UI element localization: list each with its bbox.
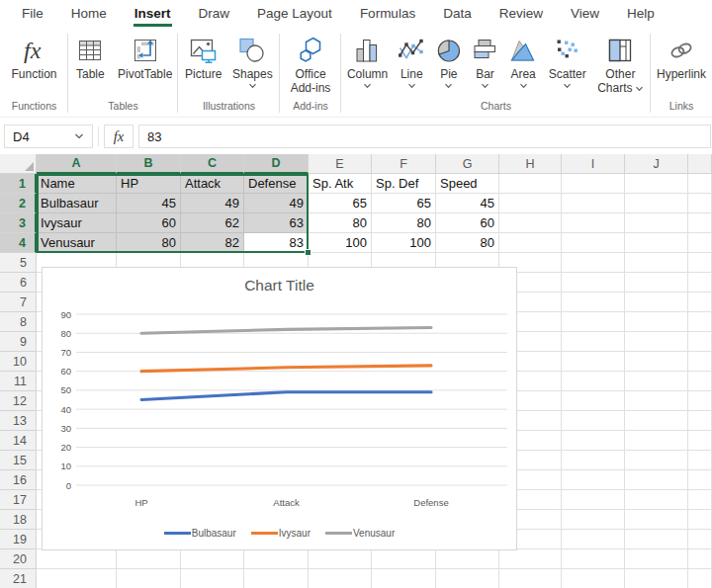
cell-A1[interactable]: Name — [37, 174, 117, 194]
cell-J4[interactable] — [625, 233, 688, 253]
cell-E21[interactable] — [309, 569, 372, 588]
cell-right-13[interactable] — [688, 411, 712, 431]
menu-tab-file[interactable]: File — [8, 0, 57, 28]
cell-J10[interactable] — [625, 352, 688, 372]
ribbon-button-pie[interactable]: Pie — [432, 34, 466, 90]
cell-I16[interactable] — [562, 470, 625, 490]
cell-right-9[interactable] — [688, 332, 712, 352]
cell-right-1[interactable] — [688, 174, 712, 194]
fill-handle[interactable] — [305, 249, 312, 256]
cell-D2[interactable]: 49 — [244, 194, 309, 213]
cell-B20[interactable] — [117, 549, 181, 569]
row-header-6[interactable]: 6 — [0, 273, 37, 293]
ribbon-button-bar[interactable]: Bar — [469, 34, 502, 90]
cell-I18[interactable] — [562, 510, 625, 530]
cell-J18[interactable] — [625, 510, 688, 530]
cell-J8[interactable] — [625, 312, 688, 332]
row-header-18[interactable]: 18 — [0, 510, 37, 530]
cell-I14[interactable] — [562, 431, 625, 451]
column-header-B[interactable]: B — [117, 154, 181, 174]
ribbon-button-area[interactable]: Area — [504, 34, 542, 90]
cell-G2[interactable]: 45 — [436, 194, 499, 213]
cell-F21[interactable] — [372, 569, 436, 588]
cell-G20[interactable] — [436, 549, 499, 569]
cell-E4[interactable]: 100 — [309, 233, 372, 253]
cell-H21[interactable] — [499, 569, 562, 588]
cell-I2[interactable] — [562, 194, 625, 213]
row-header-4[interactable]: 4 — [0, 233, 37, 253]
cell-J21[interactable] — [625, 569, 688, 588]
cell-right-2[interactable] — [688, 194, 712, 213]
menu-tab-insert[interactable]: Insert — [121, 0, 185, 28]
ribbon-button-shapes[interactable]: Shapes — [228, 34, 276, 90]
cell-right-19[interactable] — [688, 530, 712, 549]
column-header-A[interactable]: A — [37, 154, 117, 174]
cell-right-16[interactable] — [688, 470, 712, 490]
ribbon-button-hyperlink[interactable]: Hyperlink — [653, 34, 710, 81]
cell-I1[interactable] — [562, 174, 625, 194]
row-header-7[interactable]: 7 — [0, 293, 37, 312]
cell-J2[interactable] — [625, 194, 688, 213]
cell-I5[interactable] — [562, 253, 625, 273]
cell-C4[interactable]: 82 — [181, 233, 244, 253]
cell-F1[interactable]: Sp. Def — [372, 174, 436, 194]
cell-D4[interactable]: 83 — [244, 233, 309, 253]
row-header-2[interactable]: 2 — [0, 194, 37, 213]
cell-J14[interactable] — [625, 431, 688, 451]
cell-E20[interactable] — [309, 549, 372, 569]
name-box[interactable]: D4 — [4, 125, 93, 148]
row-header-17[interactable]: 17 — [0, 490, 37, 510]
cell-I6[interactable] — [562, 273, 625, 293]
column-header-H[interactable]: H — [499, 154, 562, 174]
row-header-19[interactable]: 19 — [0, 530, 37, 549]
column-header-I[interactable]: I — [562, 154, 625, 174]
cell-right-17[interactable] — [688, 490, 712, 510]
cell-G4[interactable]: 80 — [436, 233, 499, 253]
cell-I7[interactable] — [562, 293, 625, 312]
row-header-3[interactable]: 3 — [0, 213, 37, 233]
ribbon-button-office-add-ins[interactable]: Office Add-ins — [282, 34, 339, 95]
column-header-partial[interactable] — [688, 154, 712, 174]
cell-H4[interactable] — [499, 233, 562, 253]
cell-H20[interactable] — [499, 549, 562, 569]
row-header-20[interactable]: 20 — [0, 549, 37, 569]
menu-tab-page-layout[interactable]: Page Layout — [243, 0, 346, 28]
menu-tab-review[interactable]: Review — [486, 0, 557, 28]
column-header-E[interactable]: E — [309, 154, 372, 174]
row-header-14[interactable]: 14 — [0, 431, 37, 451]
menu-tab-view[interactable]: View — [557, 0, 613, 28]
cell-A20[interactable] — [37, 549, 117, 569]
cell-F20[interactable] — [372, 549, 436, 569]
cell-right-21[interactable] — [688, 569, 712, 588]
fx-button[interactable]: fx — [104, 125, 134, 148]
cell-right-5[interactable] — [688, 253, 712, 273]
cell-E2[interactable]: 65 — [309, 194, 372, 213]
cell-right-20[interactable] — [688, 549, 712, 569]
cell-B2[interactable]: 45 — [117, 194, 181, 213]
row-header-12[interactable]: 12 — [0, 391, 37, 411]
menu-tab-draw[interactable]: Draw — [185, 0, 244, 28]
cell-right-15[interactable] — [688, 451, 712, 470]
chart[interactable]: Chart Title0102030405060708090HPAttackDe… — [42, 267, 517, 550]
cell-I19[interactable] — [562, 530, 625, 549]
cell-D21[interactable] — [244, 569, 309, 588]
cell-I13[interactable] — [562, 411, 625, 431]
cell-right-11[interactable] — [688, 372, 712, 391]
cell-J11[interactable] — [625, 372, 688, 391]
cell-A4[interactable]: Venusaur — [37, 233, 117, 253]
menu-tab-home[interactable]: Home — [57, 0, 121, 28]
menu-tab-help[interactable]: Help — [613, 0, 668, 28]
cell-I12[interactable] — [562, 391, 625, 411]
ribbon-button-other-charts[interactable]: Other Charts — [592, 34, 648, 95]
cell-B21[interactable] — [117, 569, 181, 588]
cell-right-14[interactable] — [688, 431, 712, 451]
cell-E3[interactable]: 80 — [309, 213, 372, 233]
cell-H2[interactable] — [499, 194, 562, 213]
cell-I21[interactable] — [562, 569, 625, 588]
cell-right-3[interactable] — [688, 213, 712, 233]
legend-item-ivysaur[interactable]: Ivysaur — [251, 528, 311, 539]
cell-G1[interactable]: Speed — [436, 174, 499, 194]
cell-J7[interactable] — [625, 293, 688, 312]
row-header-1[interactable]: 1 — [0, 174, 37, 194]
cell-I3[interactable] — [562, 213, 625, 233]
